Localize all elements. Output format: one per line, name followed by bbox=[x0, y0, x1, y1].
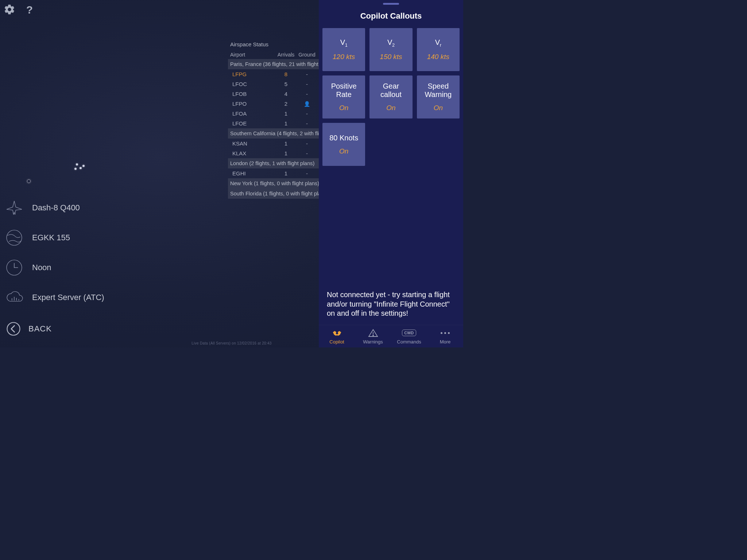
callout-tile[interactable]: Speed WarningOn bbox=[417, 75, 460, 118]
airport-ground: - bbox=[297, 170, 317, 176]
airport-code: LFOA bbox=[232, 110, 275, 117]
header-airport: Airport bbox=[230, 52, 275, 58]
airport-row[interactable]: KLAX1- bbox=[228, 148, 319, 158]
callout-tile[interactable]: V1120 kts bbox=[322, 28, 365, 71]
airport-code: LFOC bbox=[232, 81, 275, 87]
connection-status: Not connected yet - try starting a fligh… bbox=[319, 290, 463, 325]
tile-value: On bbox=[386, 104, 395, 112]
tile-label: 80 Knots bbox=[327, 134, 360, 142]
airport-row[interactable]: LFOA1- bbox=[228, 109, 319, 118]
person-icon: 👤 bbox=[304, 101, 310, 107]
tile-value: On bbox=[434, 104, 443, 112]
airport-ground: - bbox=[297, 110, 317, 117]
time-option[interactable]: Noon bbox=[5, 258, 104, 277]
callout-tile[interactable]: Vr140 kts bbox=[417, 28, 460, 71]
callout-tile[interactable]: V2150 kts bbox=[369, 28, 412, 71]
header-ground: Ground bbox=[297, 52, 317, 58]
svg-point-1 bbox=[7, 230, 22, 245]
airspace-status-panel: Airspace Status Airport Arrivals Ground … bbox=[228, 38, 319, 199]
airport-arrivals: 1 bbox=[275, 120, 297, 127]
clock-icon bbox=[5, 258, 23, 277]
nav-copilot-label: Copilot bbox=[329, 339, 344, 345]
callout-tile[interactable]: Positive RateOn bbox=[322, 75, 365, 118]
airport-arrivals: 5 bbox=[275, 81, 297, 87]
airport-row[interactable]: EGHI1- bbox=[228, 168, 319, 178]
airport-row[interactable]: KSAN1- bbox=[228, 139, 319, 148]
bottom-nav: Copilot Warnings CMD Commands More bbox=[319, 325, 463, 347]
back-button[interactable]: BACK bbox=[6, 321, 52, 337]
tile-value: 150 kts bbox=[380, 53, 402, 61]
region-header[interactable]: South Florida (1 flights, 0 with flight … bbox=[228, 188, 319, 199]
region-header[interactable]: New York (1 flights, 0 with flight plans… bbox=[228, 178, 319, 188]
airport-arrivals: 1 bbox=[275, 170, 297, 176]
airport-row[interactable]: LFOC5- bbox=[228, 79, 319, 89]
aircraft-label: Dash-8 Q400 bbox=[32, 203, 80, 213]
svg-text:?: ? bbox=[26, 4, 33, 15]
airport-row[interactable]: LFPG8- bbox=[228, 69, 319, 79]
time-label: Noon bbox=[32, 263, 51, 272]
tile-label: Speed Warning bbox=[417, 82, 460, 99]
svg-point-5 bbox=[373, 335, 374, 336]
tile-value: 120 kts bbox=[333, 53, 355, 61]
live-data-footer: Live Data (All Servers) on 12/02/2016 at… bbox=[191, 341, 271, 345]
airport-row[interactable]: LFOB4- bbox=[228, 89, 319, 99]
svg-point-3 bbox=[7, 323, 20, 335]
header-arrivals: Arrivals bbox=[275, 52, 297, 58]
airport-ground: - bbox=[297, 91, 317, 97]
more-icon bbox=[441, 328, 450, 338]
panel-title: Copilot Callouts bbox=[319, 5, 463, 28]
airport-ground: - bbox=[297, 120, 317, 127]
airport-row[interactable]: LFOE1- bbox=[228, 118, 319, 128]
warning-icon bbox=[368, 328, 378, 338]
help-icon[interactable]: ? bbox=[23, 4, 35, 15]
nav-commands-label: Commands bbox=[397, 339, 421, 345]
nav-copilot[interactable]: Copilot bbox=[319, 325, 355, 347]
callout-tile[interactable]: 80 KnotsOn bbox=[322, 123, 365, 166]
handshake-icon bbox=[332, 328, 342, 338]
airport-label: EGKK 155 bbox=[32, 233, 70, 242]
airport-arrivals: 1 bbox=[275, 140, 297, 147]
airport-ground: - bbox=[297, 71, 317, 77]
tile-label: V1 bbox=[338, 38, 350, 48]
back-arrow-icon bbox=[6, 321, 21, 337]
region-header[interactable]: Paris, France (36 flights, 21 with fligh… bbox=[228, 59, 319, 69]
nav-more[interactable]: More bbox=[427, 325, 463, 347]
copilot-panel: Copilot Callouts V1120 ktsV2150 ktsVr140… bbox=[319, 0, 463, 347]
tile-label: Gear callout bbox=[369, 82, 412, 99]
airport-arrivals: 1 bbox=[275, 150, 297, 156]
airport-option[interactable]: EGKK 155 bbox=[5, 229, 104, 247]
gear-icon[interactable] bbox=[4, 4, 15, 15]
airport-code: LFPO bbox=[232, 101, 275, 107]
plane-icon bbox=[5, 199, 23, 217]
tile-label: V2 bbox=[385, 38, 397, 48]
tile-value: On bbox=[339, 104, 348, 112]
tile-value: 140 kts bbox=[427, 53, 449, 61]
nav-warnings-label: Warnings bbox=[363, 339, 383, 345]
region-header[interactable]: Southern California (4 flights, 2 with f… bbox=[228, 128, 319, 139]
nav-commands[interactable]: CMD Commands bbox=[391, 325, 427, 347]
back-label: BACK bbox=[28, 324, 52, 334]
callout-tile[interactable]: Gear calloutOn bbox=[369, 75, 412, 118]
aircraft-option[interactable]: Dash-8 Q400 bbox=[5, 199, 104, 217]
airport-code: EGHI bbox=[232, 170, 275, 176]
cloud-stats-icon bbox=[5, 288, 23, 307]
airport-arrivals: 8 bbox=[275, 71, 297, 77]
tile-label: Vr bbox=[433, 38, 444, 48]
airport-arrivals: 4 bbox=[275, 91, 297, 97]
cmd-icon: CMD bbox=[402, 328, 416, 338]
airspace-header-row: Airport Arrivals Ground bbox=[228, 50, 319, 59]
airport-arrivals: 1 bbox=[275, 110, 297, 117]
airport-code: LFOE bbox=[232, 120, 275, 127]
server-label: Expert Server (ATC) bbox=[32, 293, 104, 302]
tile-value: On bbox=[339, 147, 348, 155]
nav-warnings[interactable]: Warnings bbox=[355, 325, 391, 347]
airport-row[interactable]: LFPO2👤 bbox=[228, 99, 319, 109]
airport-ground: 👤 bbox=[297, 101, 317, 107]
nav-more-label: More bbox=[440, 339, 451, 345]
airspace-title: Airspace Status bbox=[228, 38, 319, 50]
region-header[interactable]: London (2 flights, 1 with flight plans) bbox=[228, 158, 319, 168]
server-option[interactable]: Expert Server (ATC) bbox=[5, 288, 104, 307]
globe-icon bbox=[5, 229, 23, 247]
airport-code: KSAN bbox=[232, 140, 275, 147]
tile-label: Positive Rate bbox=[322, 82, 365, 99]
